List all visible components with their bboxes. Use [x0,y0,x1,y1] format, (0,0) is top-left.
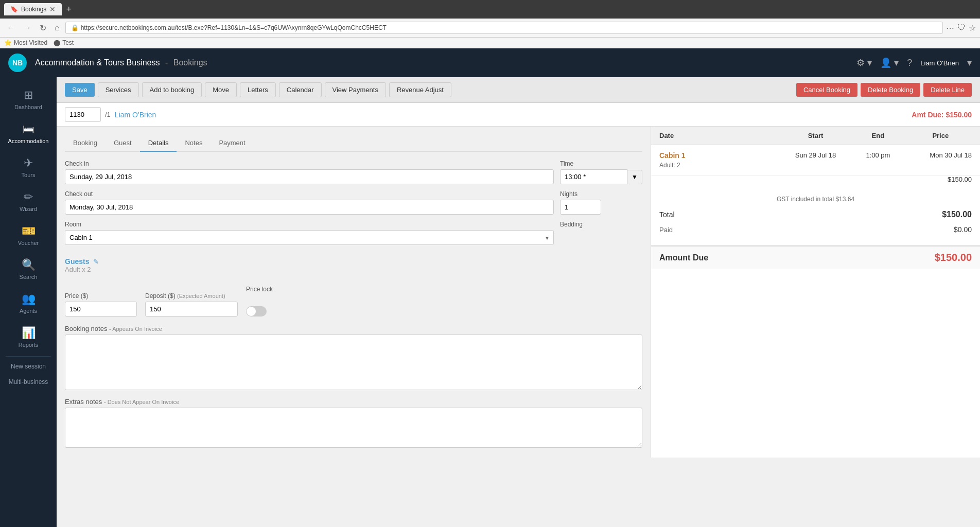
checkout-label: Check out [65,190,554,198]
star-icon[interactable]: ☆ [969,23,976,33]
booking-notes-textarea[interactable] [65,335,642,390]
url-text: https://secure.netbookings.com.au/test/B… [81,24,937,31]
total-amount: $150.00 [942,210,972,219]
sidebar-divider [6,356,51,357]
nights-group: Nights [560,190,642,215]
room-select[interactable]: Cabin 1 [65,230,554,245]
cabin-booking-row: Cabin 1 Adult: 2 Sun 29 Jul 18 1:00 pm M… [651,145,980,175]
nights-label: Nights [560,190,642,198]
forward-button[interactable]: → [21,22,34,33]
view-payments-button[interactable]: View Payments [325,82,386,97]
sidebar-item-label: Dashboard [14,104,42,110]
sidebar-item-dashboard[interactable]: ⊞ Dashboard [0,82,57,116]
price-input[interactable] [65,302,137,317]
add-to-booking-button[interactable]: Add to booking [142,82,202,97]
calendar-button[interactable]: Calendar [279,82,322,97]
time-dropdown-button[interactable]: ▼ [627,170,642,184]
tab-guest[interactable]: Guest [106,135,140,152]
sidebar-item-label: Agents [20,308,37,314]
paid-row: Paid $0.00 [659,222,972,237]
sidebar-item-label: Tours [22,172,36,178]
save-button[interactable]: Save [65,83,95,97]
price-lock-label: Price lock [246,286,297,293]
cabin-price-display: $150.00 [651,175,980,187]
booking-ref-input[interactable] [65,107,101,122]
booking-ref-bar: /1 Liam O'Brien Amt Due: $150.00 [57,103,980,127]
time-label: Time [560,160,642,167]
toolbar: Save Services Add to booking Move Letter… [57,77,980,103]
extras-notes-textarea[interactable] [65,408,642,448]
paid-amount: $0.00 [954,225,972,234]
bookmark-icon-2: ⬤ [54,39,60,46]
price-lock-toggle[interactable] [246,306,267,317]
amount-due-value: $150.00 [935,252,972,264]
time-group: Time ▼ [560,160,642,184]
price-label: Price ($) [65,292,137,300]
header-username[interactable]: Liam O'Brien [920,59,959,67]
sidebar-item-tours[interactable]: ✈ Tours [0,150,57,184]
extras-notes-section: Extras notes - Does Not Appear On Invoic… [65,398,642,449]
sidebar-item-search[interactable]: 🔍 Search [0,252,57,286]
services-button[interactable]: Services [98,82,139,97]
user-icon[interactable]: 👤 ▾ [880,57,899,68]
new-tab-icon[interactable]: + [66,4,72,15]
right-panel-header: Date Start End Price [651,127,980,145]
browser-tab[interactable]: 🔖 Bookings ✕ [4,3,62,15]
bookmark-most-visited[interactable]: ⭐ Most Visited [4,39,47,46]
tab-details[interactable]: Details [140,135,177,152]
booking-guest-name: Liam O'Brien [115,111,156,119]
revenue-adjust-button[interactable]: Revenue Adjust [389,82,451,97]
sidebar-item-agents[interactable]: 👥 Agents [0,286,57,320]
settings-icon[interactable]: ⚙ ▾ [856,57,872,68]
cabin-info: Cabin 1 Adult: 2 [659,151,784,169]
letters-button[interactable]: Letters [240,82,276,97]
sidebar-item-label: Reports [19,342,39,348]
amt-due-label: Amt Due: $150.00 [912,111,972,119]
checkout-group: Check out [65,190,554,215]
booking-ref-slash: /1 [105,111,111,118]
nights-input[interactable] [560,200,601,215]
toggle-knob [247,307,256,316]
sidebar-item-accommodation[interactable]: 🛏 Accommodation [0,116,57,150]
tab-booking[interactable]: Booking [65,135,106,152]
price-group: Price ($) [65,292,137,317]
content-area: Save Services Add to booking Move Letter… [57,77,980,527]
delete-booking-button[interactable]: Delete Booking [861,83,920,97]
guests-title: Guests [65,257,89,266]
tab-notes[interactable]: Notes [177,135,211,152]
cancel-booking-button[interactable]: Cancel Booking [796,83,857,97]
time-input[interactable] [560,169,627,184]
checkout-input[interactable] [65,200,554,215]
sidebar-item-voucher[interactable]: 🎫 Voucher [0,218,57,252]
guests-section: Guests ✎ Adult x 2 [65,257,642,273]
tab-close-icon[interactable]: ✕ [49,5,56,13]
reload-button[interactable]: ↻ [37,22,49,34]
sidebar-multi-business[interactable]: Multi-business [0,374,57,390]
left-panel: Booking Guest Details Notes Payment [57,127,651,458]
sidebar-new-session[interactable]: New session [0,359,57,374]
checkin-row: Check in Time ▼ [65,160,642,184]
deposit-input[interactable] [145,302,238,317]
bedding-label: Bedding [560,221,642,228]
checkin-label: Check in [65,160,554,167]
sidebar-item-reports[interactable]: 📊 Reports [0,320,57,354]
room-label: Room [65,221,554,228]
sidebar-item-wizard[interactable]: ✏ Wizard [0,184,57,218]
bookmark-test[interactable]: ⬤ Test [54,39,74,46]
home-button[interactable]: ⌂ [52,22,62,33]
move-button[interactable]: Move [205,82,237,97]
back-button[interactable]: ← [4,22,18,33]
checkin-input[interactable] [65,169,554,184]
tabs: Booking Guest Details Notes Payment [65,135,642,152]
sidebar: ⊞ Dashboard 🛏 Accommodation ✈ Tours ✏ Wi… [0,77,57,527]
delete-line-button[interactable]: Delete Line [923,83,972,97]
guests-edit-icon[interactable]: ✎ [93,258,99,266]
address-bar[interactable]: 🔒 https://secure.netbookings.com.au/test… [65,22,943,34]
help-icon[interactable]: ? [907,58,912,68]
agents-icon: 👥 [22,292,36,306]
reports-icon: 📊 [22,326,36,340]
title-dash: - [165,58,170,67]
amount-due-label: Amount Due [659,253,708,262]
amount-due-row: Amount Due $150.00 [651,245,980,269]
tab-payment[interactable]: Payment [211,135,253,152]
